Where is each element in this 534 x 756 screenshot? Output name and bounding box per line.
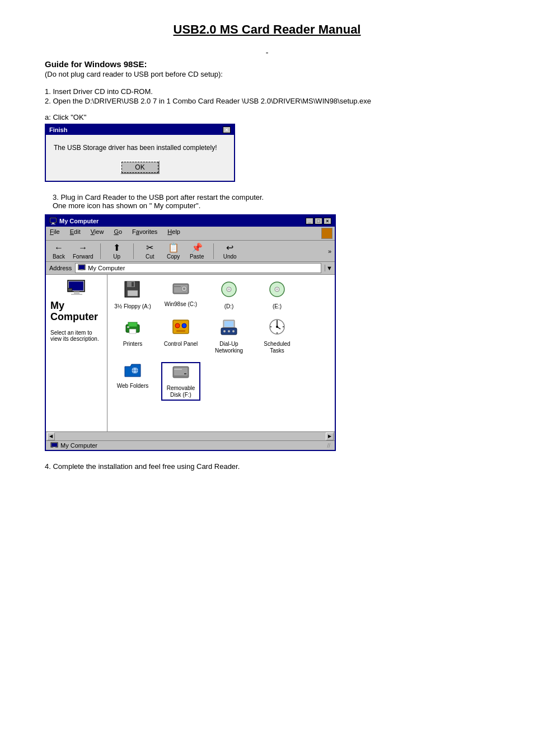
- svg-point-49: [283, 326, 284, 327]
- cdrom-d-icon[interactable]: (D:): [209, 280, 249, 310]
- toolbar: ← Back → Forward ⬆ Up ✂ Cut 📋 Copy 📌 Pas…: [46, 241, 335, 262]
- floppy-a-icon[interactable]: 3½ Floppy (A:): [113, 280, 152, 310]
- step-4: 4. Complete the installation and feel fr…: [45, 462, 489, 471]
- titlebar-buttons: _ □ ×: [306, 218, 331, 224]
- dialog-titlebar: Finish ×: [46, 125, 234, 135]
- svg-rect-21: [174, 286, 181, 287]
- close-btn[interactable]: ×: [324, 218, 331, 224]
- sidebar-title: MyComputer: [50, 300, 102, 323]
- svg-rect-3: [51, 224, 55, 224]
- hdd-c-label: Win98se (C:): [165, 301, 197, 308]
- svg-point-47: [277, 332, 278, 334]
- dialog-close-btn[interactable]: ×: [223, 126, 231, 133]
- svg-rect-55: [174, 369, 182, 370]
- dialup-label: Dial-Up Networking: [209, 341, 249, 354]
- dialup-image: [220, 318, 238, 340]
- scrollbar-horizontal[interactable]: ◀ ▶: [46, 431, 335, 440]
- hdd-c-icon[interactable]: Win98se (C:): [161, 280, 200, 310]
- minimize-btn[interactable]: _: [306, 218, 313, 224]
- svg-rect-15: [128, 290, 138, 296]
- toolbar-sep-2: [133, 243, 134, 259]
- scroll-right-btn[interactable]: ▶: [326, 433, 334, 440]
- toolbar-undo[interactable]: ↩ Undo: [221, 242, 240, 260]
- controlpanel-label: Control Panel: [164, 341, 198, 348]
- svg-point-20: [183, 288, 185, 290]
- printers-image: [124, 318, 142, 340]
- ie-icon: [321, 228, 332, 239]
- menu-file[interactable]: File: [48, 228, 62, 239]
- cdrom-e-icon[interactable]: (E:): [257, 280, 297, 310]
- svg-point-46: [277, 320, 278, 321]
- menu-favorites[interactable]: Favorites: [130, 228, 159, 239]
- cdrom-d-label: (D:): [224, 303, 234, 310]
- scheduled-icon[interactable]: Scheduled Tasks: [257, 318, 297, 354]
- address-field[interactable]: My Computer: [75, 263, 321, 273]
- toolbar-copy[interactable]: 📋 Copy: [164, 242, 183, 260]
- scroll-left-btn[interactable]: ◀: [47, 433, 55, 440]
- step-3-line1: 3. Plug in Card Reader to the USB port a…: [53, 193, 264, 201]
- webfolders-icon[interactable]: Web Folders: [113, 362, 152, 401]
- click-ok-label: a: Click "OK": [45, 113, 489, 121]
- statusbar-left: My Computer: [50, 442, 97, 449]
- webfolders-image: [124, 362, 142, 382]
- menu-help[interactable]: Help: [166, 228, 182, 239]
- controlpanel-icon[interactable]: Control Panel: [161, 318, 200, 354]
- removable-f-icon[interactable]: Removable Disk (F:): [161, 362, 200, 401]
- menu-go[interactable]: Go: [112, 228, 124, 239]
- address-dropdown[interactable]: ▼: [325, 265, 331, 271]
- monitor-icon: [49, 217, 57, 225]
- hdd-image: [172, 280, 190, 300]
- statusbar-monitor-icon: [50, 442, 58, 449]
- toolbar-cut[interactable]: ✂ Cut: [140, 242, 160, 260]
- webfolders-label: Web Folders: [117, 383, 149, 389]
- svg-point-40: [228, 330, 230, 332]
- back-icon: ←: [54, 243, 63, 253]
- back-label: Back: [53, 253, 65, 260]
- mycomputer-window: My Computer _ □ × File Edit View Go Favo…: [45, 214, 336, 451]
- toolbar-sep-1: [100, 243, 101, 259]
- floppy-a-label: 3½ Floppy (A:): [114, 303, 151, 310]
- web-row: Web Folders Removable Disk (F:): [113, 362, 329, 401]
- svg-rect-16: [132, 282, 134, 287]
- svg-rect-30: [129, 329, 136, 334]
- sidebar-mycomp-icon-area: [50, 279, 102, 296]
- cut-label: Cut: [146, 253, 154, 260]
- statusbar-resize: //: [327, 443, 330, 449]
- finish-dialog: Finish × The USB Storage driver has been…: [45, 124, 235, 182]
- dialog-title: Finish: [49, 126, 67, 133]
- removable-f-label: Removable Disk (F:): [163, 385, 198, 398]
- svg-point-41: [232, 330, 235, 332]
- dialup-icon[interactable]: Dial-Up Networking: [209, 318, 249, 354]
- steps-1-2: 1. Insert Driver CD into CD-ROM. 2. Open…: [45, 87, 489, 105]
- printers-icon[interactable]: Printers: [113, 318, 152, 354]
- toolbar-forward[interactable]: → Forward: [73, 243, 93, 260]
- svg-rect-37: [224, 321, 233, 327]
- step-2: 2. Open the D:\DRIVER\USB 2.0 7 in 1 Com…: [45, 97, 489, 105]
- address-label: Address: [49, 265, 72, 271]
- scroll-track[interactable]: [56, 434, 325, 439]
- svg-rect-2: [52, 223, 54, 224]
- maximize-btn[interactable]: □: [315, 218, 322, 224]
- toolbar-more[interactable]: »: [328, 248, 331, 255]
- toolbar-back[interactable]: ← Back: [49, 243, 68, 260]
- copy-icon: 📋: [168, 242, 179, 253]
- step-3-line2: One more icon has shown on " My computer…: [53, 201, 200, 210]
- menu-view[interactable]: View: [89, 228, 106, 239]
- step-3: 3. Plug in Card Reader to the USB port a…: [45, 193, 489, 210]
- cut-icon: ✂: [146, 242, 153, 253]
- paste-label: Paste: [190, 253, 204, 260]
- toolbar-up[interactable]: ⬆ Up: [107, 242, 127, 260]
- svg-rect-59: [53, 447, 55, 448]
- toolbar-sep-3: [213, 243, 214, 259]
- titlebar-left: My Computer: [49, 217, 99, 225]
- toolbar-paste[interactable]: 📌 Paste: [188, 242, 207, 260]
- svg-rect-1: [50, 218, 56, 222]
- undo-icon: ↩: [226, 242, 233, 253]
- step-1: 1. Insert Driver CD into CD-ROM.: [45, 87, 489, 96]
- guide-title: Guide for Windows 98SE:: [45, 59, 489, 69]
- dialog-ok-button[interactable]: OK: [120, 161, 160, 174]
- svg-point-27: [276, 288, 278, 290]
- mycomp-window-title: My Computer: [59, 218, 99, 224]
- statusbar-text: My Computer: [60, 442, 97, 449]
- menu-edit[interactable]: Edit: [68, 228, 82, 239]
